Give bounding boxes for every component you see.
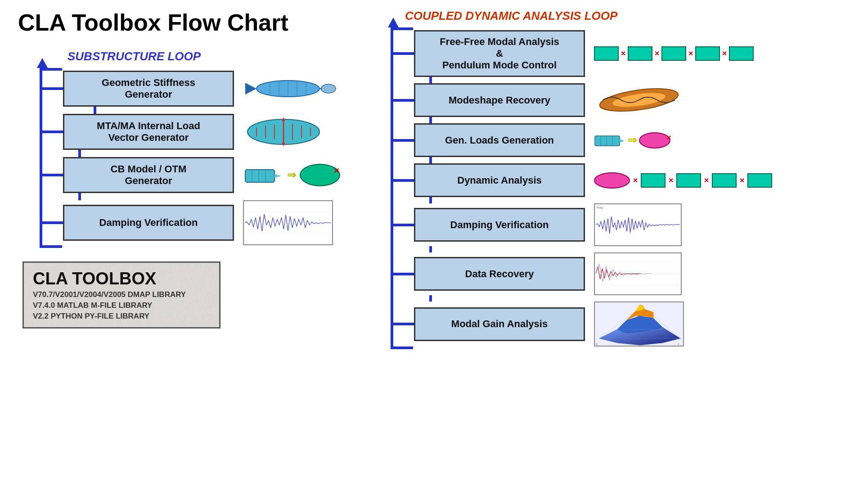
oval-teal-d4-wrap [747,173,772,188]
toolbox-line-3: V2.2 PYTHON PY-FILE LIBRARY [33,312,210,321]
block-data-recovery: Data Recovery [414,257,585,291]
page-title: CLA Toolbox Flow Chart [18,9,351,36]
svg-text:0: 0 [596,343,598,346]
arrow-top-left-icon [37,58,48,68]
right-row-1: Free-Free Modal Analysis&Pendulum Mode C… [414,30,855,77]
block-gen-loads: Gen. Loads Generation [414,123,585,157]
block-geom-stiffness: Geometric StiffnessGenerator [63,71,234,107]
modal-gain-svg: 0 f [595,302,684,346]
cb-rocket-svg [243,163,283,188]
rv-conn-1 [429,77,432,83]
right-row-6: Data Recovery [414,252,855,295]
coupled-label: COUPLED DYNAMIC ANALYSIS LOOP [405,9,855,23]
oval-teal-1-wrap [594,46,619,61]
block-damping-right: Damping Verification [414,208,585,242]
left-flow-rows: Geometric StiffnessGenerator [63,68,351,248]
oval-pink-wrap: ✕ [639,132,670,148]
oval-pink-2 [594,172,630,189]
rv-conn-2 [429,117,432,123]
svg-point-8 [321,84,336,93]
oval-teal-d2-wrap [676,173,701,188]
rh-conn-1 [391,52,414,55]
right-loop-bottom [391,346,413,349]
svg-rect-30 [595,136,620,146]
right-row-7: Modal Gain Analysis [414,302,855,346]
left-loop-border [40,68,42,248]
right-loop-top [391,27,413,30]
rh-conn-4 [391,179,414,182]
oval-teal-5-wrap [729,46,754,61]
right-row-5: Damping Verification Freq [414,203,855,246]
oval-teal-d1 [641,173,666,188]
x-mark-r1: ✕ [621,50,626,57]
toolbox-info-box: CLA TOOLBOX V70.7/V2001/V2004/V2005 DMAP… [22,261,220,328]
block-cb-model: CB Model / OTMGenerator [63,157,234,193]
h-connector-1 [40,87,63,90]
toolbox-line-2: V7.4.0 MATLAB M-FILE LIBRARY [33,301,210,310]
x-mark-d1: ✕ [633,177,638,184]
vis-dynamic: ✕ ✕ ✕ ✕ [594,172,772,189]
rv-conn-6 [429,295,432,302]
v-conn-1 [94,107,96,114]
rocket-svg-1 [243,73,337,104]
v-conn-3 [78,193,81,200]
coupled-container: Free-Free Modal Analysis&Pendulum Mode C… [369,27,855,349]
h-connector-4 [40,221,63,224]
rv-conn-4 [429,197,432,203]
svg-text:Freq: Freq [597,206,603,210]
flow-row-3: CB Model / OTMGenerator ⇒ ✕ [63,157,351,193]
vis-gen-loads: ⇒ ✕ [594,131,670,149]
x-mark-pink: ✕ [666,134,671,141]
right-row-3: Gen. Loads Generation ⇒ ✕ [414,123,855,157]
oval-teal-d1-wrap [641,173,666,188]
rh-conn-2 [391,99,414,102]
data-recovery-svg [595,253,681,294]
toolbox-title: CLA TOOLBOX [33,269,210,288]
x-mark-r4: ✕ [722,50,727,57]
left-loop-bottom [40,245,62,248]
oval-teal-d2 [676,173,701,188]
x-mark-d2: ✕ [668,177,674,184]
rv-conn-5 [429,246,432,252]
oval-teal-d3-wrap [712,173,737,188]
right-flow-rows: Free-Free Modal Analysis&Pendulum Mode C… [414,27,855,349]
vis-damping-chart-right: Freq [594,203,682,246]
block-free-free: Free-Free Modal Analysis&Pendulum Mode C… [414,30,585,77]
damping-chart-svg-left [244,201,332,244]
x-mark-d3: ✕ [704,177,709,184]
rh-conn-7 [391,323,414,325]
x-mark-1: ✕ [333,166,339,175]
vis-load-vector [243,114,324,150]
vis-cb-model: ⇒ ✕ [243,163,340,188]
arrow-icon-1: ⇒ [287,169,296,181]
damping-chart-svg-right: Freq [595,204,681,245]
svg-marker-2 [245,83,256,94]
oval-teal-5 [729,46,754,61]
x-mark-r2: ✕ [654,50,660,57]
oval-teal-4-wrap [695,46,720,61]
block-modeshape: Modeshape Recovery [414,83,585,117]
x-mark-d4: ✕ [739,177,745,184]
rv-conn-3 [429,157,432,163]
right-loop-border [391,27,393,349]
h-connector-3 [40,174,63,176]
rh-conn-5 [391,224,414,226]
svg-marker-31 [620,139,625,143]
flow-row-1: Geometric StiffnessGenerator [63,71,351,107]
vis-modeshape [594,83,684,117]
rh-conn-3 [391,139,414,142]
gen-loads-rocket-svg [594,131,625,149]
right-row-4: Dynamic Analysis ✕ ✕ ✕ [414,163,855,197]
main-container: CLA Toolbox Flow Chart SUBSTRUCTURE LOOP… [0,0,868,486]
oval-teal-4 [695,46,720,61]
arrow-top-right-icon [388,18,399,27]
toolbox-line-1: V70.7/V2001/V2004/V2005 DMAP LIBRARY [33,290,210,299]
oval-green-x-wrap: ✕ [300,164,340,186]
block-dynamic-analysis: Dynamic Analysis [414,163,585,197]
x-mark-r3: ✕ [688,50,693,57]
oval-teal-d3 [712,173,737,188]
left-loop-top [40,68,62,71]
oval-teal-3-wrap [661,46,686,61]
substructure-label: SUBSTRUCTURE LOOP [67,50,351,63]
right-row-2: Modeshape Recovery [414,83,855,117]
